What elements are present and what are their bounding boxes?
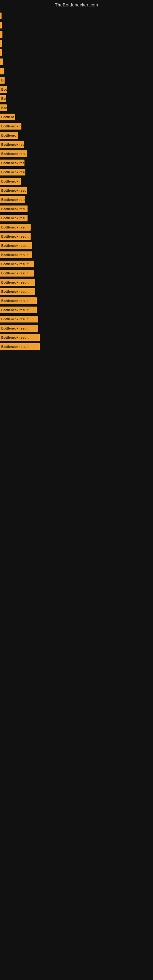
bar-17: Bottleneck resul xyxy=(0,169,26,175)
bar-row xyxy=(0,57,153,66)
bar-label-19: Bottleneck result xyxy=(1,189,27,192)
bar-36: Bottleneck result xyxy=(0,343,40,350)
bar-row: Bottleneck result xyxy=(0,150,153,158)
bar-row xyxy=(0,39,153,48)
bar-30: Bottleneck result xyxy=(0,288,35,295)
bar-row: Bottleneck result xyxy=(0,223,153,232)
bar-row xyxy=(0,12,153,20)
bar-row: Bottleneck resul xyxy=(0,168,153,177)
bar-row: Bottleneck result xyxy=(0,260,153,268)
bar-row xyxy=(0,21,153,29)
bar-24: Bottleneck result xyxy=(0,233,30,240)
bar-20: Bottleneck resu xyxy=(0,196,25,203)
bar-6 xyxy=(0,68,4,75)
bar-row: Bot xyxy=(0,103,153,112)
bar-15: Bottleneck result xyxy=(0,150,27,157)
bar-row: Bottleneck result xyxy=(0,241,153,250)
bar-27: Bottleneck result xyxy=(0,261,33,267)
bar-row: Bottleneck result xyxy=(0,205,153,213)
bar-row: Bottleneck result xyxy=(0,269,153,277)
bar-row: Bottleneck res xyxy=(0,140,153,149)
bar-row: Bottleneck result xyxy=(0,278,153,286)
bar-label-22: Bottleneck result xyxy=(1,216,27,220)
bar-label-32: Bottleneck result xyxy=(1,308,29,312)
bar-label-12: Bottleneck re xyxy=(1,124,21,128)
bar-label-21: Bottleneck result xyxy=(1,207,27,211)
bar-label-14: Bottleneck res xyxy=(1,143,24,146)
bar-row: Bottlene xyxy=(0,113,153,121)
bar-label-28: Bottleneck result xyxy=(1,271,29,275)
bar-1 xyxy=(0,22,2,29)
bar-row: Bottleneck result xyxy=(0,232,153,241)
bar-26: Bottleneck result xyxy=(0,251,32,258)
bar-row: Bottleneck result xyxy=(0,186,153,195)
bar-22: Bottleneck result xyxy=(0,215,27,221)
bar-row: Bottleneck result xyxy=(0,250,153,259)
bar-21: Bottleneck result xyxy=(0,205,27,212)
bar-32: Bottleneck result xyxy=(0,307,37,313)
bar-label-20: Bottleneck resu xyxy=(1,198,25,202)
bar-row: Bottleneck re xyxy=(0,122,153,130)
bar-row: Bo xyxy=(0,94,153,103)
bar-19: Bottleneck result xyxy=(0,187,27,194)
bar-row: Bottleneck result xyxy=(0,315,153,323)
bar-row: Bottleneck result xyxy=(0,333,153,342)
bar-label-7: B xyxy=(1,78,4,82)
bar-label-16: Bottleneck res xyxy=(1,161,24,165)
bar-3 xyxy=(0,40,2,47)
bar-row: Bot xyxy=(0,85,153,94)
bar-label-23: Bottleneck result xyxy=(1,225,29,229)
bar-label-24: Bottleneck result xyxy=(1,235,29,238)
bar-10: Bot xyxy=(0,105,7,111)
bar-16: Bottleneck res xyxy=(0,159,24,166)
bar-label-17: Bottleneck resul xyxy=(1,170,26,174)
bars-container: BBotBoBotBottleneBottleneck reBottlenecB… xyxy=(0,9,153,355)
bar-label-36: Bottleneck result xyxy=(1,345,29,348)
bar-0 xyxy=(0,13,2,19)
bar-row xyxy=(0,30,153,38)
bar-label-31: Bottleneck result xyxy=(1,299,29,302)
bar-row: Bottleneck result xyxy=(0,296,153,305)
site-title: TheBottlenecker.com xyxy=(0,0,153,9)
bar-label-30: Bottleneck result xyxy=(1,290,29,293)
bar-row: Bottleneck r xyxy=(0,177,153,186)
bar-13: Bottlenec xyxy=(0,132,18,139)
bar-18: Bottleneck r xyxy=(0,178,21,185)
bar-row: Bottleneck result xyxy=(0,214,153,222)
bar-2 xyxy=(0,31,2,38)
bar-label-25: Bottleneck result xyxy=(1,244,29,247)
bar-label-34: Bottleneck result xyxy=(1,326,29,330)
bar-8: Bot xyxy=(0,86,7,93)
bar-9: Bo xyxy=(0,95,6,102)
bar-label-9: Bo xyxy=(1,97,6,100)
bar-row: Bottleneck result xyxy=(0,324,153,332)
bar-label-11: Bottlene xyxy=(1,115,15,119)
bar-row: Bottleneck result xyxy=(0,287,153,296)
bar-7: B xyxy=(0,77,5,84)
bar-row xyxy=(0,48,153,57)
bar-label-29: Bottleneck result xyxy=(1,280,29,284)
bar-35: Bottleneck result xyxy=(0,334,40,341)
bar-33: Bottleneck result xyxy=(0,316,38,323)
bar-label-18: Bottleneck r xyxy=(1,180,21,183)
bar-23: Bottleneck result xyxy=(0,224,30,231)
bar-11: Bottlene xyxy=(0,114,15,120)
bar-label-27: Bottleneck result xyxy=(1,262,29,266)
bar-label-26: Bottleneck result xyxy=(1,253,29,257)
bar-row: B xyxy=(0,76,153,84)
bar-label-8: Bot xyxy=(1,88,7,91)
bar-29: Bottleneck result xyxy=(0,279,35,286)
bar-row: Bottleneck resu xyxy=(0,196,153,204)
bar-label-13: Bottlenec xyxy=(1,134,16,137)
bar-28: Bottleneck result xyxy=(0,270,33,277)
bar-row: Bottleneck res xyxy=(0,159,153,167)
bar-4 xyxy=(0,49,2,56)
bar-25: Bottleneck result xyxy=(0,242,32,249)
bar-label-33: Bottleneck result xyxy=(1,317,29,321)
bar-row xyxy=(0,67,153,75)
bar-31: Bottleneck result xyxy=(0,298,37,304)
bar-12: Bottleneck re xyxy=(0,123,21,130)
bar-row: Bottlenec xyxy=(0,131,153,140)
bar-row: Bottleneck result xyxy=(0,342,153,351)
bar-label-15: Bottleneck result xyxy=(1,152,27,156)
